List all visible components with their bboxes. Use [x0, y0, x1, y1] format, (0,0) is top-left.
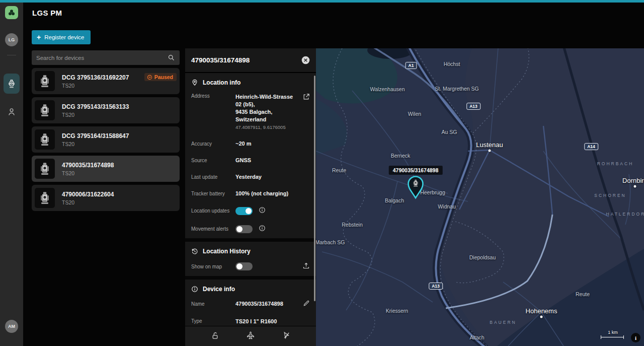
device-thumbnail: [35, 159, 55, 179]
device-type: TS20: [62, 199, 114, 205]
section-divider: [185, 276, 316, 280]
town-dot: [634, 185, 636, 188]
workspace-avatar[interactable]: LG: [5, 33, 18, 46]
left-rail: LG AM: [0, 3, 23, 346]
device-search: [32, 50, 180, 65]
movement-alerts-info[interactable]: [259, 225, 266, 234]
location-updates-toggle[interactable]: [235, 207, 253, 215]
device-name: 4790006/31622604: [62, 191, 114, 198]
highway-badge: A14: [584, 143, 598, 150]
address-row: Address Heinrich-Wild-Strasse 02 (b5), 9…: [185, 89, 316, 135]
user-avatar[interactable]: AM: [5, 320, 18, 333]
scale-label: 1 km: [608, 330, 618, 335]
page-title: LGS PM: [32, 9, 62, 17]
register-device-button[interactable]: + Register device: [32, 30, 91, 44]
device-thumbnail: [35, 100, 55, 120]
open-in-maps-button[interactable]: [302, 93, 310, 103]
address-label: Address: [191, 93, 235, 99]
device-name: DCG 3795164/31588647: [62, 132, 129, 140]
device-name: DCG 3795136/31692207: [62, 74, 129, 81]
pencil-icon: [303, 300, 310, 307]
map-canvas[interactable]: Walzenhausen Höchst St. Margrethen SG Wi…: [316, 48, 644, 346]
upload-icon: [302, 262, 310, 269]
marker-pin-icon: [406, 174, 426, 199]
sidebar-item-devices[interactable]: [4, 74, 20, 94]
device-list-item[interactable]: 4790006/31622604TS20: [32, 185, 180, 211]
location-history-heading: Location History: [185, 242, 316, 257]
device-list: DCG 3795136/31692207TS20 Paused DCG 3795…: [32, 68, 180, 211]
device-name: DCG 3795143/31563133: [62, 103, 129, 110]
rail-divider: [7, 55, 16, 55]
plus-icon: +: [37, 34, 41, 41]
location-info-heading: Location info: [185, 73, 316, 89]
source-label: Source: [191, 158, 235, 163]
register-device-label: Register device: [44, 34, 84, 40]
detail-title: 4790035/31674898: [191, 56, 250, 64]
last-update-label: Last update: [191, 174, 235, 180]
cursor-disabled-icon: [282, 331, 291, 340]
location-updates-label: Location updates: [191, 208, 235, 214]
panel-scrollbar[interactable]: [314, 76, 315, 301]
scale-bar: [601, 335, 624, 339]
device-thumbnail: [35, 129, 55, 150]
show-on-map-toggle[interactable]: [235, 262, 253, 270]
device-marker-pin[interactable]: [406, 174, 426, 201]
edit-name-button[interactable]: [303, 300, 310, 309]
device-thumbnail: [35, 71, 55, 91]
device-type: TS20: [62, 83, 129, 89]
device-list-item[interactable]: DCG 3795143/31563133TS20: [32, 97, 180, 123]
device-thumbnail: [35, 188, 55, 208]
highway-badge: A13: [466, 103, 480, 110]
tracker-battery-value: 100% (not charging): [235, 190, 288, 197]
app-logo[interactable]: [5, 6, 18, 19]
status-badge-paused: Paused: [144, 73, 177, 81]
section-divider: [185, 238, 316, 242]
lock-device-button[interactable]: [211, 331, 219, 341]
marker-label: 4790035/31674898: [389, 166, 443, 175]
close-icon: [301, 56, 310, 64]
device-list-item[interactable]: DCG 3795164/31588647TS20: [32, 126, 180, 153]
logo-glyph: [7, 8, 17, 18]
history-icon: [191, 248, 198, 255]
tracker-battery-label: Tracker battery: [191, 191, 235, 196]
export-history-button[interactable]: [302, 262, 310, 271]
pause-icon: [147, 75, 152, 80]
map-info-button[interactable]: i: [631, 333, 640, 342]
accuracy-label: Accuracy: [191, 141, 235, 147]
device-detail-panel: 4790035/31674898 Location info Address H…: [185, 48, 316, 346]
coordinates: 47.4087911, 9.6176005: [235, 124, 293, 131]
info-circle-icon: [191, 286, 198, 293]
device-list-item[interactable]: DCG 3795136/31692207TS20 Paused: [32, 68, 180, 94]
map-base-layers: [316, 48, 644, 346]
sidebar-item-users[interactable]: [7, 106, 17, 117]
person-icon: [7, 106, 17, 117]
address-value: Heinrich-Wild-Strasse 02 (b5), 9435 Balg…: [235, 93, 293, 131]
airplane-mode-button[interactable]: [246, 331, 255, 341]
location-updates-info[interactable]: [259, 206, 266, 216]
device-type: TS20: [62, 170, 114, 176]
device-info-heading: Device info: [185, 280, 316, 295]
type-value: TS20 I 1" R1600: [235, 318, 277, 325]
name-value: 4790035/31674898: [235, 300, 283, 308]
location-pin-icon: [191, 79, 198, 86]
name-label: Name: [191, 301, 235, 307]
highway-badge: A13: [429, 283, 443, 290]
close-panel-button[interactable]: [301, 56, 310, 64]
search-icon[interactable]: [168, 54, 175, 61]
device-type: TS20: [62, 112, 129, 118]
type-label: Type: [191, 318, 235, 324]
device-name: 4790035/31674898: [62, 162, 114, 169]
airplane-icon: [246, 331, 255, 340]
panel-action-toolbar: [185, 326, 316, 346]
top-accent-strip: [0, 0, 644, 3]
town-dot: [489, 150, 491, 152]
movement-alerts-toggle[interactable]: [235, 225, 253, 233]
last-update-value: Yesterday: [235, 173, 262, 181]
app-window: LG AM LGS PM + Register device DCG 37951…: [0, 0, 644, 346]
total-station-icon: [7, 78, 17, 89]
search-input[interactable]: [36, 55, 168, 61]
disable-tracking-button[interactable]: [282, 331, 291, 341]
source-value: GNSS: [235, 157, 251, 164]
device-type: TS20: [62, 141, 129, 147]
device-list-item-selected[interactable]: 4790035/31674898TS20: [32, 156, 180, 182]
